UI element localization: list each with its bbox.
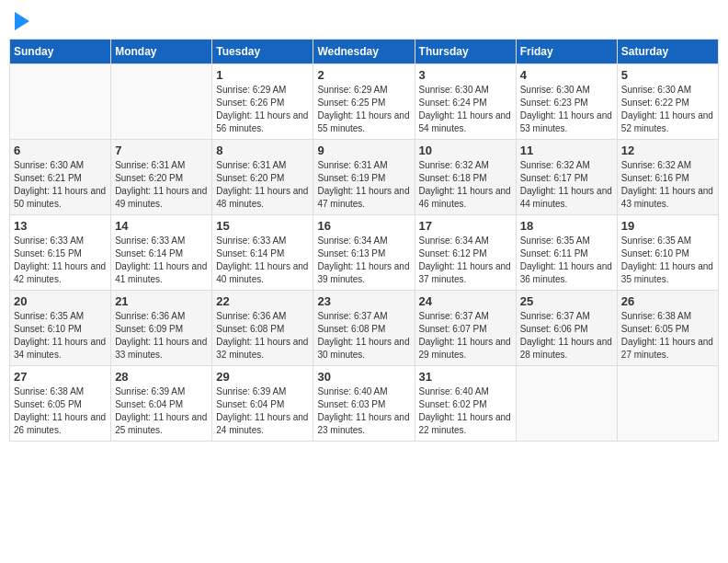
calendar-cell: 28Sunrise: 6:39 AMSunset: 6:04 PMDayligh… [111,366,212,442]
calendar-cell: 23Sunrise: 6:37 AMSunset: 6:08 PMDayligh… [313,291,415,366]
calendar-cell: 26Sunrise: 6:38 AMSunset: 6:05 PMDayligh… [617,291,718,366]
calendar-cell: 15Sunrise: 6:33 AMSunset: 6:14 PMDayligh… [212,215,313,291]
calendar-week-row: 27Sunrise: 6:38 AMSunset: 6:05 PMDayligh… [10,366,719,442]
calendar-cell: 20Sunrise: 6:35 AMSunset: 6:10 PMDayligh… [10,291,111,366]
day-info: Sunrise: 6:29 AMSunset: 6:26 PMDaylight:… [216,84,309,135]
weekday-header-row: SundayMondayTuesdayWednesdayThursdayFrid… [10,40,719,64]
day-number: 15 [216,219,309,233]
day-number: 28 [115,370,208,384]
calendar-cell: 19Sunrise: 6:35 AMSunset: 6:10 PMDayligh… [617,215,718,291]
day-number: 20 [14,294,107,308]
day-number: 23 [317,294,410,308]
calendar-cell: 24Sunrise: 6:37 AMSunset: 6:07 PMDayligh… [415,291,516,366]
calendar-cell: 18Sunrise: 6:35 AMSunset: 6:11 PMDayligh… [516,215,617,291]
day-info: Sunrise: 6:35 AMSunset: 6:10 PMDaylight:… [14,310,107,362]
day-number: 29 [216,370,309,384]
day-number: 2 [317,68,410,82]
calendar-week-row: 20Sunrise: 6:35 AMSunset: 6:10 PMDayligh… [10,291,719,366]
calendar-week-row: 13Sunrise: 6:33 AMSunset: 6:15 PMDayligh… [10,215,719,291]
weekday-header-sunday: Sunday [10,40,111,64]
day-number: 17 [419,219,512,233]
day-info: Sunrise: 6:33 AMSunset: 6:14 PMDaylight:… [216,235,309,286]
calendar-cell: 16Sunrise: 6:34 AMSunset: 6:13 PMDayligh… [313,215,415,291]
day-info: Sunrise: 6:40 AMSunset: 6:03 PMDaylight:… [317,385,410,437]
day-info: Sunrise: 6:36 AMSunset: 6:09 PMDaylight:… [115,310,208,362]
day-info: Sunrise: 6:37 AMSunset: 6:07 PMDaylight:… [419,310,512,362]
day-info: Sunrise: 6:36 AMSunset: 6:08 PMDaylight:… [216,310,309,362]
day-number: 27 [14,370,107,384]
day-number: 8 [216,144,309,157]
day-number: 7 [115,144,208,157]
day-info: Sunrise: 6:30 AMSunset: 6:23 PMDaylight:… [520,84,613,135]
day-info: Sunrise: 6:30 AMSunset: 6:22 PMDaylight:… [621,84,714,135]
day-number: 22 [216,294,309,308]
calendar-cell: 29Sunrise: 6:39 AMSunset: 6:04 PMDayligh… [212,366,313,442]
calendar-cell: 4Sunrise: 6:30 AMSunset: 6:23 PMDaylight… [516,64,617,140]
day-number: 6 [14,144,107,157]
day-number: 25 [520,294,613,308]
day-info: Sunrise: 6:40 AMSunset: 6:02 PMDaylight:… [419,385,512,437]
day-info: Sunrise: 6:37 AMSunset: 6:08 PMDaylight:… [317,310,410,362]
day-number: 3 [419,68,512,82]
weekday-header-friday: Friday [516,40,617,64]
day-info: Sunrise: 6:32 AMSunset: 6:18 PMDaylight:… [419,159,512,211]
day-info: Sunrise: 6:30 AMSunset: 6:21 PMDaylight:… [14,159,107,211]
day-number: 30 [317,370,410,384]
day-info: Sunrise: 6:31 AMSunset: 6:20 PMDaylight:… [216,159,309,211]
weekday-header-saturday: Saturday [617,40,718,64]
day-number: 19 [621,219,714,233]
calendar-cell: 11Sunrise: 6:32 AMSunset: 6:17 PMDayligh… [516,140,617,215]
day-number: 31 [419,370,512,384]
calendar-week-row: 6Sunrise: 6:30 AMSunset: 6:21 PMDaylight… [10,140,719,215]
calendar-cell: 21Sunrise: 6:36 AMSunset: 6:09 PMDayligh… [111,291,212,366]
calendar-cell: 25Sunrise: 6:37 AMSunset: 6:06 PMDayligh… [516,291,617,366]
day-info: Sunrise: 6:38 AMSunset: 6:05 PMDaylight:… [14,385,107,437]
calendar-cell: 12Sunrise: 6:32 AMSunset: 6:16 PMDayligh… [617,140,718,215]
calendar-cell [111,64,212,140]
day-number: 12 [621,144,714,157]
weekday-header-monday: Monday [111,40,212,64]
calendar-cell: 6Sunrise: 6:30 AMSunset: 6:21 PMDaylight… [10,140,111,215]
calendar-cell [516,366,617,442]
calendar-cell [617,366,718,442]
calendar-cell: 30Sunrise: 6:40 AMSunset: 6:03 PMDayligh… [313,366,415,442]
day-info: Sunrise: 6:33 AMSunset: 6:15 PMDaylight:… [14,235,107,286]
day-info: Sunrise: 6:35 AMSunset: 6:11 PMDaylight:… [520,235,613,286]
day-number: 1 [216,68,309,82]
day-number: 9 [317,144,410,157]
day-number: 10 [419,144,512,157]
weekday-header-wednesday: Wednesday [313,40,415,64]
day-number: 21 [115,294,208,308]
calendar-cell: 3Sunrise: 6:30 AMSunset: 6:24 PMDaylight… [415,64,516,140]
day-info: Sunrise: 6:32 AMSunset: 6:16 PMDaylight:… [621,159,714,211]
weekday-header-tuesday: Tuesday [212,40,313,64]
calendar-cell: 22Sunrise: 6:36 AMSunset: 6:08 PMDayligh… [212,291,313,366]
day-info: Sunrise: 6:39 AMSunset: 6:04 PMDaylight:… [115,385,208,437]
day-info: Sunrise: 6:33 AMSunset: 6:14 PMDaylight:… [115,235,208,286]
logo-text-general [13,9,29,31]
day-info: Sunrise: 6:34 AMSunset: 6:12 PMDaylight:… [419,235,512,286]
weekday-header-thursday: Thursday [415,40,516,64]
day-info: Sunrise: 6:31 AMSunset: 6:20 PMDaylight:… [115,159,208,211]
page-header [9,9,719,31]
calendar-cell: 8Sunrise: 6:31 AMSunset: 6:20 PMDaylight… [212,140,313,215]
day-info: Sunrise: 6:31 AMSunset: 6:19 PMDaylight:… [317,159,410,211]
day-info: Sunrise: 6:35 AMSunset: 6:10 PMDaylight:… [621,235,714,286]
day-info: Sunrise: 6:32 AMSunset: 6:17 PMDaylight:… [520,159,613,211]
day-info: Sunrise: 6:37 AMSunset: 6:06 PMDaylight:… [520,310,613,362]
calendar-cell: 2Sunrise: 6:29 AMSunset: 6:25 PMDaylight… [313,64,415,140]
day-info: Sunrise: 6:34 AMSunset: 6:13 PMDaylight:… [317,235,410,286]
day-number: 16 [317,219,410,233]
day-number: 5 [621,68,714,82]
day-info: Sunrise: 6:29 AMSunset: 6:25 PMDaylight:… [317,84,410,135]
day-info: Sunrise: 6:38 AMSunset: 6:05 PMDaylight:… [621,310,714,362]
day-number: 24 [419,294,512,308]
calendar-cell: 14Sunrise: 6:33 AMSunset: 6:14 PMDayligh… [111,215,212,291]
calendar-cell: 9Sunrise: 6:31 AMSunset: 6:19 PMDaylight… [313,140,415,215]
day-number: 11 [520,144,613,157]
calendar-cell: 31Sunrise: 6:40 AMSunset: 6:02 PMDayligh… [415,366,516,442]
day-info: Sunrise: 6:30 AMSunset: 6:24 PMDaylight:… [419,84,512,135]
calendar-cell: 17Sunrise: 6:34 AMSunset: 6:12 PMDayligh… [415,215,516,291]
calendar-cell: 13Sunrise: 6:33 AMSunset: 6:15 PMDayligh… [10,215,111,291]
day-number: 4 [520,68,613,82]
